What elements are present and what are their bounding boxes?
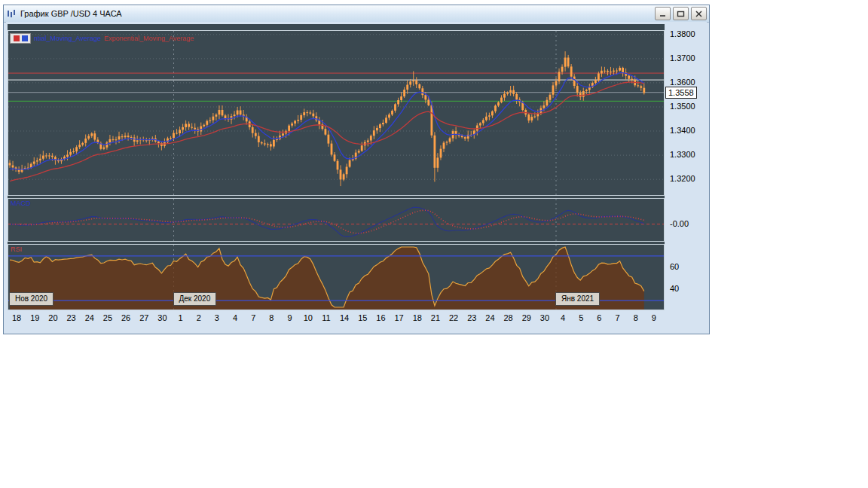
macd-label: MACD <box>11 200 31 207</box>
rsi-label: RSI <box>11 246 22 253</box>
time-axis-label: 18 <box>10 313 23 322</box>
price-tick: 1.3700 <box>670 53 695 63</box>
time-axis-label: 17 <box>393 313 406 322</box>
rsi-tick: 40 <box>670 284 679 293</box>
time-axis-label: 8 <box>264 313 278 322</box>
window-body: ntial_Moving_Average Exponential_Moving_… <box>6 22 707 331</box>
legend-ema-slow-label: Exponential_Moving_Average <box>104 34 194 43</box>
time-axis-label: 23 <box>65 313 78 322</box>
red-swatch-icon <box>14 35 20 41</box>
month-label-box: Нов 2020 <box>9 292 53 306</box>
time-axis-label: 28 <box>502 313 515 322</box>
price-axis[interactable]: 1.38001.37001.36001.35001.34001.33001.32… <box>665 24 705 310</box>
current-price-badge: 1.3558 <box>665 87 697 99</box>
macd-chart <box>8 199 664 241</box>
chart-panes: ntial_Moving_Average Exponential_Moving_… <box>8 24 665 310</box>
time-axis-label: 2 <box>192 313 206 322</box>
time-axis-label: 23 <box>465 313 478 322</box>
time-axis-label: 5 <box>574 313 588 322</box>
time-axis-label: 24 <box>83 313 96 322</box>
time-axis-label: 15 <box>356 313 369 322</box>
indicator-legend: ntial_Moving_Average Exponential_Moving_… <box>10 33 194 44</box>
price-tick: 1.3600 <box>670 78 695 87</box>
time-axis-label: 14 <box>338 313 351 322</box>
legend-ema-fast-label: ntial_Moving_Average <box>34 34 101 43</box>
month-label-box: Янв 2021 <box>555 292 600 306</box>
price-pane[interactable]: ntial_Moving_Average Exponential_Moving_… <box>8 30 665 196</box>
time-axis-label: 10 <box>301 313 315 322</box>
chart-window: График GBP /USD 4 ЧАСА ntial_M <box>3 5 710 334</box>
month-label-box: Дек 2020 <box>173 292 217 306</box>
window-titlebar[interactable]: График GBP /USD 4 ЧАСА <box>4 5 709 23</box>
time-axis-label: 19 <box>28 313 41 322</box>
time-axis-label: 25 <box>101 313 115 322</box>
time-axis-label: 30 <box>538 313 552 322</box>
time-axis-label: 20 <box>46 313 60 322</box>
time-axis-label: 6 <box>592 313 606 322</box>
time-axis-label: 4 <box>556 313 570 322</box>
time-axis-label: 9 <box>647 313 661 322</box>
time-axis-label: 29 <box>520 313 533 322</box>
blue-swatch-icon <box>22 35 28 41</box>
time-axis-label: 1 <box>174 313 188 322</box>
price-tick: 1.3500 <box>670 102 695 111</box>
time-axis-label: 22 <box>447 313 460 322</box>
macd-pane[interactable]: MACD <box>8 198 665 242</box>
time-axis-label: 4 <box>228 313 242 322</box>
time-axis-label: 8 <box>629 313 643 322</box>
candlestick-chart <box>8 31 664 195</box>
price-tick: 1.3300 <box>670 150 695 159</box>
time-axis-label: 21 <box>429 313 442 322</box>
minimize-button[interactable] <box>655 7 671 20</box>
time-axis[interactable]: 1819202324252627301234789101114151617182… <box>8 311 705 327</box>
price-tick: 1.3400 <box>670 126 695 135</box>
window-title: График GBP /USD 4 ЧАСА <box>20 9 653 18</box>
time-axis-label: 16 <box>374 313 387 322</box>
chart-frame: ntial_Moving_Average Exponential_Moving_… <box>8 24 705 327</box>
chart-icon <box>6 8 18 19</box>
rsi-tick: 60 <box>670 262 679 271</box>
close-button[interactable] <box>691 7 707 20</box>
maximize-button[interactable] <box>673 7 689 20</box>
time-axis-label: 27 <box>137 313 151 322</box>
macd-zero-label: -0.00 <box>670 219 689 228</box>
time-axis-label: 7 <box>246 313 260 322</box>
time-axis-label: 9 <box>283 313 297 322</box>
time-axis-label: 3 <box>210 313 224 322</box>
time-axis-label: 7 <box>611 313 625 322</box>
time-axis-label: 30 <box>155 313 169 322</box>
time-axis-label: 26 <box>119 313 133 322</box>
legend-buttons[interactable] <box>10 33 31 44</box>
time-axis-label: 18 <box>411 313 424 322</box>
price-tick: 1.3800 <box>670 29 695 38</box>
time-axis-label: 24 <box>483 313 497 322</box>
price-tick: 1.3200 <box>670 174 695 183</box>
time-axis-label: 11 <box>319 313 333 322</box>
